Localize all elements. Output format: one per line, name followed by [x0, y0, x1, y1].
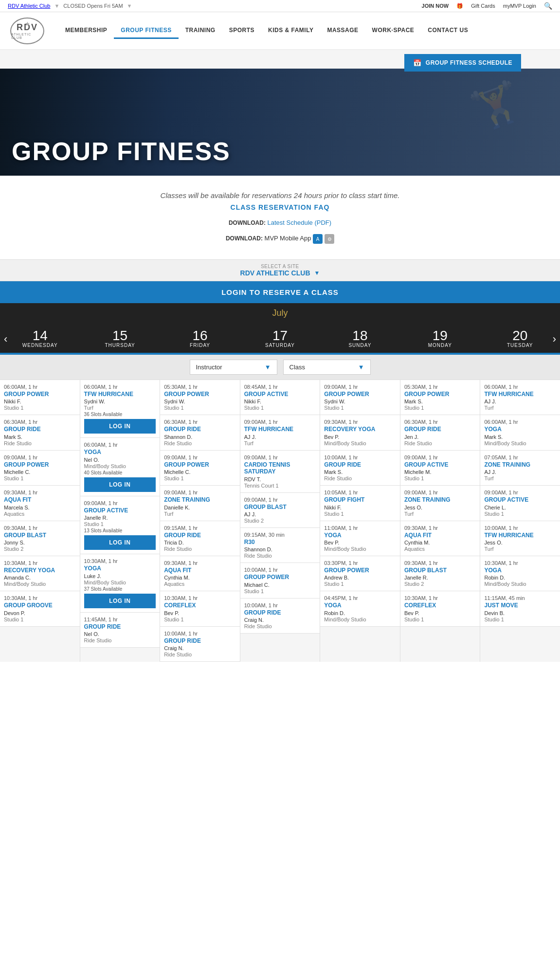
- class-name[interactable]: GROUP ACTIVE: [84, 507, 156, 514]
- prev-day-button[interactable]: ‹: [0, 329, 11, 349]
- log-in-button[interactable]: LOG IN: [84, 594, 156, 608]
- class-name[interactable]: GROUP RIDE: [164, 426, 236, 433]
- nav-massage[interactable]: MASSAGE: [320, 23, 365, 39]
- class-instructor: Nikki F.: [324, 505, 396, 510]
- site-selector[interactable]: Select A Site RDV ATHLETIC CLUB ▼: [0, 259, 560, 281]
- class-card: 09:00AM, 1 hrGROUP POWERSydni W.Studio 1: [320, 380, 400, 415]
- class-name[interactable]: YOGA: [84, 449, 156, 455]
- nav-membership[interactable]: MEMBERSHIP: [58, 23, 114, 39]
- class-name[interactable]: GROUP POWER: [404, 391, 476, 398]
- class-name[interactable]: TFW HURRICANE: [484, 532, 556, 539]
- class-name[interactable]: YOGA: [484, 567, 556, 574]
- class-name[interactable]: JUST MOVE: [484, 602, 556, 609]
- mymvp-login-link[interactable]: myMVP Login: [503, 3, 536, 9]
- day-col-17[interactable]: 17 SATURDAY: [240, 325, 320, 353]
- class-slots: 36 Slots Available: [84, 412, 156, 417]
- class-time: 06:30AM, 1 hr: [4, 419, 76, 425]
- class-name[interactable]: GROUP BLAST: [404, 567, 476, 574]
- search-icon[interactable]: 🔍: [544, 2, 552, 10]
- android-app-icon[interactable]: ⚙: [325, 234, 334, 244]
- class-name[interactable]: GROUP ACTIVE: [484, 496, 556, 503]
- join-now-link[interactable]: JOIN NOW: [422, 3, 449, 9]
- class-name[interactable]: GROUP ACTIVE: [404, 461, 476, 468]
- class-name[interactable]: GROUP BLAST: [4, 532, 76, 539]
- class-name[interactable]: ZONE TRAINING: [164, 496, 236, 503]
- log-in-button[interactable]: LOG IN: [84, 535, 156, 550]
- class-name[interactable]: AQUA FIT: [4, 496, 76, 503]
- gift-cards-link[interactable]: Gift Cards: [471, 3, 495, 9]
- class-name[interactable]: AQUA FIT: [404, 532, 476, 539]
- instructor-filter[interactable]: Instructor ▼: [190, 360, 277, 375]
- class-name[interactable]: GROUP POWER: [324, 391, 396, 398]
- class-name[interactable]: ZONE TRAINING: [404, 496, 476, 503]
- class-name[interactable]: GROUP RIDE: [4, 426, 76, 433]
- site-selector-inner[interactable]: RDV ATHLETIC CLUB ▼: [240, 269, 320, 277]
- class-name[interactable]: GROUP RIDE: [164, 637, 236, 644]
- class-name[interactable]: GROUP POWER: [164, 461, 236, 468]
- class-card: 09:00AM, 1 hrTFW HURRICANEAJ J.Turf: [240, 415, 320, 450]
- class-card: 10:00AM, 1 hrGROUP RIDECraig N.Ride Stud…: [160, 627, 240, 662]
- class-name[interactable]: YOGA: [84, 565, 156, 572]
- class-name[interactable]: GROUP RIDE: [164, 532, 236, 539]
- class-name[interactable]: GROUP POWER: [244, 574, 316, 581]
- class-name[interactable]: GROUP POWER: [4, 391, 76, 398]
- nav-group-fitness[interactable]: GROUP FITNESS: [114, 23, 178, 39]
- nav-kids-family[interactable]: KIDS & FAMILY: [261, 23, 320, 39]
- class-name[interactable]: TFW HURRICANE: [244, 426, 316, 433]
- class-name[interactable]: GROUP ACTIVE: [244, 391, 316, 398]
- class-name[interactable]: GROUP GROOVE: [4, 602, 76, 609]
- site-dropdown-arrow: ▼: [314, 270, 320, 276]
- class-location: Mind/Body Studio: [484, 581, 556, 587]
- nav-sports[interactable]: SPORTS: [222, 23, 261, 39]
- download-pdf-link[interactable]: Latest Schedule (PDF): [268, 219, 332, 226]
- class-name[interactable]: COREFLEX: [404, 602, 476, 609]
- day-col-15[interactable]: 15 THURSDAY: [80, 325, 160, 353]
- day-col-20[interactable]: 20 TUESDAY: [480, 325, 560, 353]
- class-name[interactable]: GROUP POWER: [324, 567, 396, 574]
- class-name[interactable]: RECOVERY YOGA: [4, 567, 76, 574]
- day-col-16[interactable]: 16 FRIDAY: [160, 325, 240, 353]
- nav-contact-us[interactable]: CONTACT US: [421, 23, 475, 39]
- class-name[interactable]: GROUP FIGHT: [324, 496, 396, 503]
- class-name[interactable]: TFW HURRICANE: [484, 391, 556, 398]
- club-link[interactable]: RDV Athletic Club: [8, 3, 50, 9]
- class-name[interactable]: CARDIO TENNIS SATURDAY: [244, 461, 316, 475]
- schedule-button[interactable]: 📅 GROUP FITNESS SCHEDULE: [404, 54, 521, 72]
- class-name[interactable]: TFW HURRICANE: [84, 391, 156, 398]
- class-name[interactable]: RECOVERY YOGA: [324, 426, 396, 433]
- day-col-19[interactable]: 19 MONDAY: [400, 325, 480, 353]
- class-filter[interactable]: Class ▼: [283, 360, 371, 375]
- login-bar[interactable]: LOGIN TO RESERVE A CLASS: [0, 281, 560, 303]
- class-name[interactable]: YOGA: [324, 532, 396, 539]
- class-name[interactable]: COREFLEX: [164, 602, 236, 609]
- day-col-14[interactable]: 14 WEDNESDAY: [0, 325, 80, 353]
- class-name[interactable]: GROUP RIDE: [404, 426, 476, 433]
- class-name[interactable]: GROUP POWER: [4, 461, 76, 468]
- class-name[interactable]: AQUA FIT: [164, 567, 236, 574]
- class-name[interactable]: GROUP RIDE: [84, 623, 156, 630]
- class-name[interactable]: GROUP RIDE: [324, 461, 396, 468]
- next-day-button[interactable]: ›: [549, 329, 560, 349]
- class-card: 06:30AM, 1 hrGROUP RIDEJen J.Ride Studio: [400, 415, 480, 450]
- day-col-18[interactable]: 18 SUNDAY: [320, 325, 400, 353]
- nav-workspace[interactable]: WORK·SPACE: [365, 23, 421, 39]
- class-name[interactable]: ZONE TRAINING: [484, 461, 556, 468]
- class-name[interactable]: R30: [244, 539, 316, 545]
- logo[interactable]: ★ RDV ATHLETIC CLUB: [8, 16, 47, 45]
- ios-app-icon[interactable]: A: [313, 234, 323, 244]
- class-name[interactable]: YOGA: [484, 426, 556, 433]
- log-in-button[interactable]: LOG IN: [84, 419, 156, 434]
- faq-link[interactable]: CLASS RESERVATION FAQ: [231, 203, 330, 211]
- class-time: 09:00AM, 1 hr: [164, 490, 236, 495]
- class-location: Ride Studio: [4, 440, 76, 446]
- nav-training[interactable]: TRAINING: [179, 23, 222, 39]
- class-name[interactable]: GROUP POWER: [164, 391, 236, 398]
- class-card: 11:00AM, 1 hrYOGABev P.Mind/Body Studio: [320, 521, 400, 556]
- class-name[interactable]: GROUP BLAST: [244, 504, 316, 510]
- class-location: Ride Studio: [324, 475, 396, 481]
- class-location: Studio 1: [484, 617, 556, 622]
- log-in-button[interactable]: LOG IN: [84, 477, 156, 492]
- class-name[interactable]: GROUP RIDE: [244, 609, 316, 616]
- class-name[interactable]: YOGA: [324, 602, 396, 609]
- schedule-col-19: 05:30AM, 1 hrGROUP POWERMark S.Studio 10…: [400, 380, 481, 662]
